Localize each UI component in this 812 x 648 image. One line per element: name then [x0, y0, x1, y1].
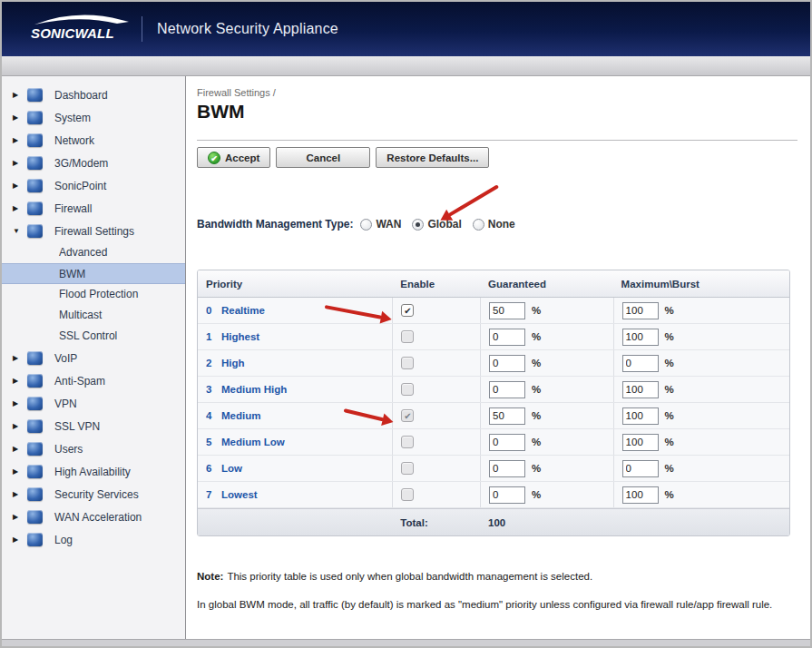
column-header-guaranteed: Guaranteed	[480, 270, 613, 297]
sidebar-item-system[interactable]: ▶System	[2, 106, 185, 129]
sidebar-item-voip[interactable]: ▶VoIP	[2, 347, 185, 369]
sidebar-subitem-ssl-control[interactable]: SSL Control	[2, 326, 185, 347]
max-burst-input[interactable]	[622, 302, 659, 319]
chevron-collapsed-icon[interactable]: ▶	[13, 399, 25, 407]
guaranteed-input[interactable]	[489, 460, 525, 477]
max-burst-input[interactable]	[622, 460, 659, 477]
chevron-collapsed-icon[interactable]: ▶	[13, 182, 25, 190]
sidebar-item-vpn[interactable]: ▶VPN	[2, 392, 185, 415]
guaranteed-input[interactable]	[489, 486, 525, 504]
chevron-expanded-icon[interactable]: ▼	[13, 227, 25, 235]
system-icon	[27, 111, 43, 124]
chevron-collapsed-icon[interactable]: ▶	[13, 535, 25, 544]
chevron-collapsed-icon[interactable]: ▶	[13, 91, 25, 99]
priority-row-medium-low: 5Medium Low%%	[198, 429, 789, 456]
enable-checkbox[interactable]	[401, 462, 414, 475]
bwm-type-option-wan[interactable]: WAN	[360, 218, 401, 231]
radio-icon[interactable]	[412, 219, 424, 231]
guaranteed-input[interactable]	[489, 381, 525, 398]
chevron-collapsed-icon[interactable]: ▶	[13, 204, 25, 212]
percent-label: %	[532, 305, 541, 316]
radio-icon[interactable]	[473, 219, 484, 231]
priority-table-body: 0Realtime✔%%1Highest%%2High%%3Medium Hig…	[198, 298, 789, 508]
sidebar-subitem-multicast[interactable]: Multicast	[2, 305, 185, 326]
bwm-type-option-global[interactable]: Global	[412, 218, 461, 231]
sidebar-item-label: SonicPoint	[54, 180, 106, 192]
chevron-collapsed-icon[interactable]: ▶	[13, 513, 25, 521]
enable-checkbox[interactable]: ✔	[401, 304, 414, 317]
radio-icon[interactable]	[360, 219, 372, 231]
cancel-button[interactable]: Cancel	[276, 147, 370, 168]
enable-checkbox[interactable]	[401, 383, 414, 396]
max-burst-input[interactable]	[622, 381, 659, 398]
anti-spam-icon	[27, 374, 43, 388]
sidebar-subitem-bwm[interactable]: BWM	[2, 263, 185, 284]
sidebar-item-sonicpoint[interactable]: ▶SonicPoint	[2, 174, 185, 197]
guaranteed-input[interactable]	[489, 302, 525, 319]
guaranteed-input[interactable]	[489, 407, 525, 425]
percent-label: %	[532, 384, 541, 395]
guaranteed-input[interactable]	[489, 434, 525, 451]
sidebar-item-3g-modem[interactable]: ▶3G/Modem	[2, 152, 185, 174]
sidebar-item-anti-spam[interactable]: ▶Anti-Spam	[2, 369, 185, 392]
sidebar-item-users[interactable]: ▶Users	[2, 437, 185, 460]
enable-checkbox[interactable]	[401, 357, 414, 369]
sidebar-item-high-availability[interactable]: ▶High Availability	[2, 460, 185, 483]
restore-defaults-button[interactable]: Restore Defaults...	[376, 147, 489, 168]
sidebar-item-network[interactable]: ▶Network	[2, 129, 185, 152]
priority-link[interactable]: High	[221, 358, 245, 368]
chevron-collapsed-icon[interactable]: ▶	[13, 467, 25, 476]
chevron-collapsed-icon[interactable]: ▶	[13, 490, 25, 498]
guaranteed-input[interactable]	[489, 329, 525, 346]
column-header-maximum-burst: Maximum\Burst	[613, 270, 789, 297]
max-burst-input[interactable]	[622, 355, 659, 372]
sidebar-item-label: Network	[54, 134, 94, 147]
priority-link[interactable]: Highest	[221, 331, 259, 342]
sidebar-item-security-services[interactable]: ▶Security Services	[2, 483, 185, 506]
chevron-collapsed-icon[interactable]: ▶	[13, 422, 25, 430]
sidebar-subitem-advanced[interactable]: Advanced	[2, 242, 185, 263]
chevron-collapsed-icon[interactable]: ▶	[13, 136, 25, 144]
max-burst-input[interactable]	[622, 407, 659, 425]
sidebar-item-ssl-vpn[interactable]: ▶SSL VPN	[2, 415, 185, 437]
guaranteed-input[interactable]	[489, 355, 525, 372]
sidebar-item-log[interactable]: ▶Log	[2, 528, 185, 551]
bwm-type-option-none[interactable]: None	[473, 218, 515, 231]
modem-icon	[27, 156, 43, 170]
chevron-collapsed-icon[interactable]: ▶	[13, 159, 25, 167]
chevron-collapsed-icon[interactable]: ▶	[13, 354, 25, 362]
priority-link[interactable]: Medium Low	[221, 437, 285, 447]
priority-link[interactable]: Low	[221, 463, 242, 474]
sidebar-item-label: VoIP	[54, 352, 77, 365]
priority-link[interactable]: Realtime	[221, 305, 265, 316]
sidebar-item-dashboard[interactable]: ▶Dashboard	[2, 83, 185, 106]
ssl-vpn-icon	[27, 419, 43, 433]
sidebar-item-firewall-settings[interactable]: ▼Firewall Settings	[2, 220, 185, 242]
chevron-collapsed-icon[interactable]: ▶	[13, 445, 25, 453]
priority-table-header: Priority Enable Guaranteed Maximum\Burst	[198, 270, 789, 298]
priority-number: 5	[206, 437, 221, 447]
chevron-collapsed-icon[interactable]: ▶	[13, 113, 25, 122]
bwm-type-row: Bandwidth Management Type: WANGlobalNone	[197, 218, 797, 231]
priority-link[interactable]: Lowest	[221, 489, 258, 500]
enable-checkbox[interactable]	[401, 330, 414, 343]
percent-label: %	[532, 358, 541, 368]
priority-row-realtime: 0Realtime✔%%	[198, 298, 789, 324]
sidebar-item-firewall[interactable]: ▶Firewall	[2, 197, 185, 220]
enable-checkbox[interactable]	[401, 488, 414, 501]
accept-button[interactable]: ✔ Accept	[197, 147, 270, 168]
sidebar-subitem-flood-protection[interactable]: Flood Protection	[2, 284, 185, 305]
priority-link[interactable]: Medium High	[221, 384, 287, 395]
priority-link[interactable]: Medium	[221, 410, 260, 421]
sidebar-item-label: VPN	[54, 398, 77, 410]
max-burst-input[interactable]	[622, 329, 659, 346]
percent-label: %	[532, 331, 541, 342]
max-burst-input[interactable]	[622, 434, 659, 451]
sidebar-item-label: Dashboard	[54, 89, 108, 102]
chevron-collapsed-icon[interactable]: ▶	[13, 377, 25, 385]
enable-checkbox[interactable]	[401, 436, 414, 448]
max-burst-input[interactable]	[622, 486, 659, 504]
enable-checkbox[interactable]: ✔	[401, 409, 414, 422]
percent-label: %	[665, 437, 674, 447]
sidebar-item-wan-acceleration[interactable]: ▶WAN Acceleration	[2, 506, 185, 528]
